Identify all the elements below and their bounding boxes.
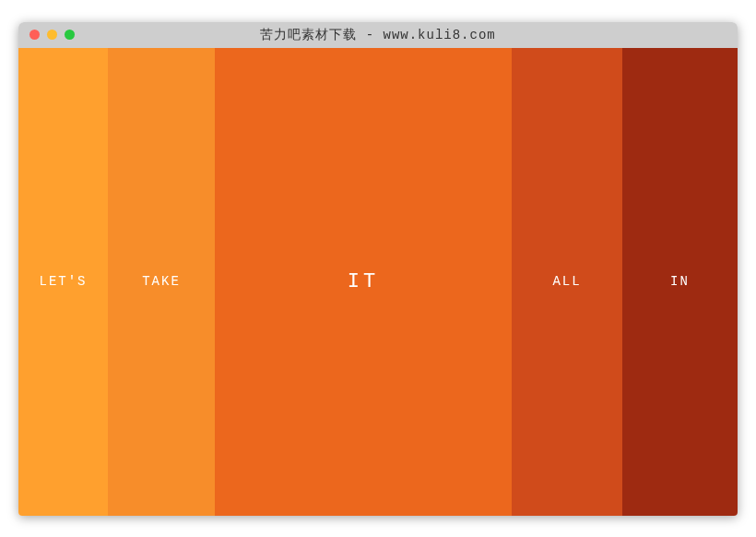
window-title: 苦力吧素材下载 - www.kuli8.com — [18, 27, 738, 43]
panel-label: ALL — [552, 274, 581, 289]
browser-window: 苦力吧素材下载 - www.kuli8.com LET'S TAKE IT AL… — [18, 22, 738, 516]
panel-container: LET'S TAKE IT ALL IN — [18, 48, 738, 516]
panel-it[interactable]: IT — [215, 48, 512, 516]
maximize-icon[interactable] — [65, 30, 75, 40]
panel-label: TAKE — [142, 274, 181, 289]
minimize-icon[interactable] — [47, 30, 57, 40]
panel-take[interactable]: TAKE — [108, 48, 215, 516]
panel-all[interactable]: ALL — [512, 48, 622, 516]
panel-lets[interactable]: LET'S — [18, 48, 108, 516]
panel-in[interactable]: IN — [622, 48, 738, 516]
panel-label: LET'S — [39, 274, 87, 289]
panel-label: IT — [348, 270, 379, 293]
close-icon[interactable] — [30, 30, 40, 40]
panel-label: IN — [670, 274, 690, 289]
titlebar: 苦力吧素材下载 - www.kuli8.com — [18, 22, 738, 48]
traffic-lights — [18, 30, 75, 40]
